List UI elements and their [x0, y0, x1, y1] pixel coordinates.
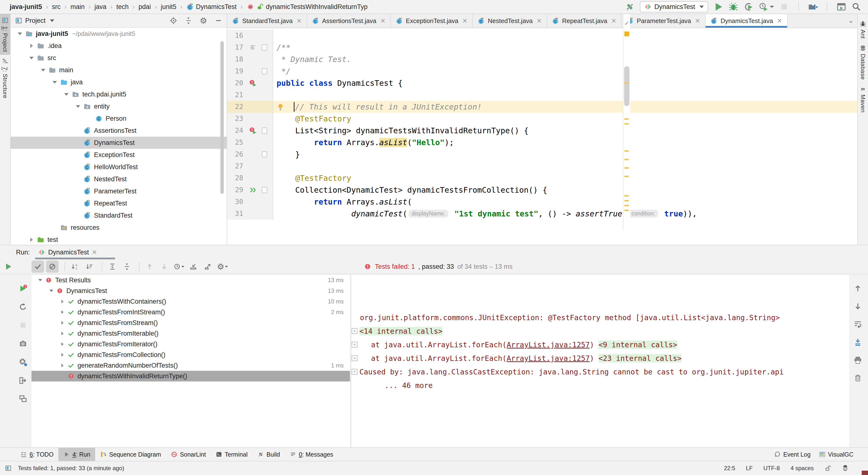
import-tests-button[interactable]: [19, 376, 27, 386]
project-tree-row[interactable]: CHelloWorldTest: [11, 161, 227, 173]
encoding[interactable]: UTF-8: [764, 465, 780, 472]
collapsed-arrow-icon[interactable]: [58, 321, 67, 325]
write-access-unlock-icon[interactable]: [825, 465, 831, 472]
sort-alphabetically-button[interactable]: az: [69, 261, 82, 273]
console-segment-link[interactable]: ArrayList.java:1257: [507, 354, 590, 362]
breadcrumb-item[interactable]: java-junit5: [10, 3, 42, 11]
test-tree-row[interactable]: generateRandomNumberOfTests()1 ms: [31, 360, 350, 371]
close-tab-icon[interactable]: ✕: [536, 17, 542, 25]
show-ignored-toggle[interactable]: [46, 261, 59, 273]
caret-position[interactable]: 22:5: [724, 465, 735, 472]
error-stripe[interactable]: ✓: [623, 14, 630, 231]
screenshot-button[interactable]: [19, 339, 27, 349]
doc-icon[interactable]: [249, 43, 257, 51]
warning-stripe-mark[interactable]: [624, 210, 629, 211]
line-ending[interactable]: LF: [746, 465, 753, 472]
test-tree-row[interactable]: dynamicTestsFromCollection(): [31, 350, 350, 360]
collapsed-arrow-icon[interactable]: [26, 43, 37, 48]
stripe-button-project[interactable]: 1: Project: [0, 14, 10, 55]
fold-marker[interactable]: [262, 44, 267, 51]
fold-marker[interactable]: [262, 187, 267, 193]
highlighting-level-icon[interactable]: [842, 465, 848, 472]
tool-window-tab-sequencediagram[interactable]: Sequence Diagram: [95, 448, 166, 461]
warning-stripe-mark[interactable]: [624, 200, 629, 201]
breadcrumb-item[interactable]: CDynamicsTest: [186, 3, 237, 11]
test-tree-row[interactable]: Test Results13 ms: [31, 275, 350, 286]
close-tab-icon[interactable]: ✕: [695, 17, 700, 25]
project-tree-row[interactable]: CAssertionsTest: [11, 125, 227, 137]
console-fold-icon[interactable]: +: [352, 369, 358, 375]
tool-window-tab-run[interactable]: 4: Run: [58, 448, 95, 461]
editor-tab[interactable]: CNestedTest.java✕: [473, 14, 547, 28]
breadcrumb-item[interactable]: mdynamicTestsWithInvalidReturnTyp: [247, 3, 368, 11]
stripe-button-ant[interactable]: Ant: [858, 18, 868, 42]
warning-stripe-mark[interactable]: [624, 176, 629, 177]
test-tree-row[interactable]: dynamicTestsFromIterator(): [31, 339, 350, 350]
project-tree-row[interactable]: java: [11, 76, 227, 88]
close-tab-icon[interactable]: ✕: [777, 17, 782, 25]
run-anything-button[interactable]: [837, 2, 846, 12]
console-fold-icon[interactable]: +: [352, 355, 358, 361]
expanded-arrow-icon[interactable]: [14, 32, 25, 35]
code-area[interactable]: 1617/**18 * Dynamic Test.19 */20public c…: [227, 30, 857, 219]
profiler-button[interactable]: [758, 2, 774, 12]
export-test-results-button[interactable]: [202, 261, 214, 273]
collapsed-arrow-icon[interactable]: [58, 300, 67, 303]
project-tree-row[interactable]: entity: [11, 100, 227, 113]
tool-window-tab-terminal[interactable]: Terminal: [211, 448, 252, 461]
breadcrumb-item[interactable]: tech: [116, 3, 129, 11]
hide-panel-icon[interactable]: [215, 17, 222, 25]
indent-setting[interactable]: 4 spaces: [790, 465, 814, 472]
editor-tab[interactable]: CParameterTest.java✕: [622, 14, 706, 28]
project-view-dropdown-icon[interactable]: [50, 20, 54, 22]
scroll-up-button[interactable]: [854, 284, 862, 294]
expanded-arrow-icon[interactable]: [46, 290, 56, 292]
rerun-failed-tests-button[interactable]: [19, 284, 27, 294]
breadcrumb-item[interactable]: junit5: [161, 3, 177, 11]
editor-tab[interactable]: CStandardTest.java✕: [227, 14, 307, 28]
expanded-arrow-icon[interactable]: [61, 93, 72, 96]
warning-stripe-mark[interactable]: [624, 123, 629, 125]
run-button[interactable]: [713, 2, 723, 12]
editor-scrollbar-thumb[interactable]: [624, 66, 629, 106]
warning-stripe-mark[interactable]: [624, 82, 629, 84]
stripe-button-structure[interactable]: 7: Structure: [0, 55, 10, 101]
intention-bulb-icon[interactable]: [277, 103, 284, 111]
project-tree-row[interactable]: CPerson: [11, 113, 227, 125]
panel-settings-icon[interactable]: [199, 17, 207, 25]
project-tree-row[interactable]: tech.pdai.junit5: [11, 88, 227, 100]
tool-window-tab-sonarlint[interactable]: SonarLint: [166, 448, 211, 461]
expanded-arrow-icon[interactable]: [50, 81, 60, 84]
run-with-coverage-button[interactable]: [744, 2, 753, 12]
warning-stripe-mark[interactable]: [624, 159, 629, 160]
tool-window-tab-messages[interactable]: 0: Messages: [285, 448, 338, 461]
expanded-arrow-icon[interactable]: [73, 105, 83, 108]
collapsed-arrow-icon[interactable]: [58, 331, 67, 335]
clear-console-button[interactable]: [854, 374, 862, 383]
test-tree-row[interactable]: dynamicTestsFromIterable(): [31, 328, 350, 339]
editor-tab[interactable]: CAssertionsTest.java✕: [307, 14, 391, 28]
breadcrumb-item[interactable]: java: [94, 3, 106, 11]
project-tree-row[interactable]: CNestedTest: [11, 173, 227, 185]
build-project[interactable]: [625, 2, 634, 12]
print-console-button[interactable]: [854, 356, 862, 365]
run-config-selector[interactable]: DynamicsTest: [640, 1, 708, 12]
import-test-results-button[interactable]: [187, 261, 199, 273]
breadcrumb-item[interactable]: src: [52, 3, 61, 11]
stripe-button-maven[interactable]: mMaven: [858, 82, 868, 116]
test-settings-button[interactable]: [216, 261, 228, 273]
restore-layout-button[interactable]: [19, 394, 27, 404]
project-tree-row[interactable]: main: [11, 64, 227, 76]
run-tab[interactable]: DynamicsTest ✕: [36, 245, 99, 259]
close-tab-icon[interactable]: ✕: [380, 17, 385, 25]
test-tree-row[interactable]: DynamicsTest13 ms: [31, 286, 350, 296]
warning-stripe-mark[interactable]: [624, 167, 629, 169]
project-tree-row[interactable]: CRepeatTest: [11, 197, 227, 209]
test-tree-row[interactable]: dynamicTestsWithContainers()10 ms: [31, 296, 350, 307]
expanded-arrow-icon[interactable]: [26, 57, 37, 59]
test-tree-row[interactable]: dynamicTestsFromStream(): [31, 318, 350, 328]
fold-marker[interactable]: [262, 151, 267, 157]
project-scrollbar[interactable]: [220, 41, 224, 194]
tool-window-tab-visualgc[interactable]: VisualGC: [819, 451, 854, 458]
editor-tab[interactable]: CExceptionTest.java✕: [391, 14, 473, 28]
